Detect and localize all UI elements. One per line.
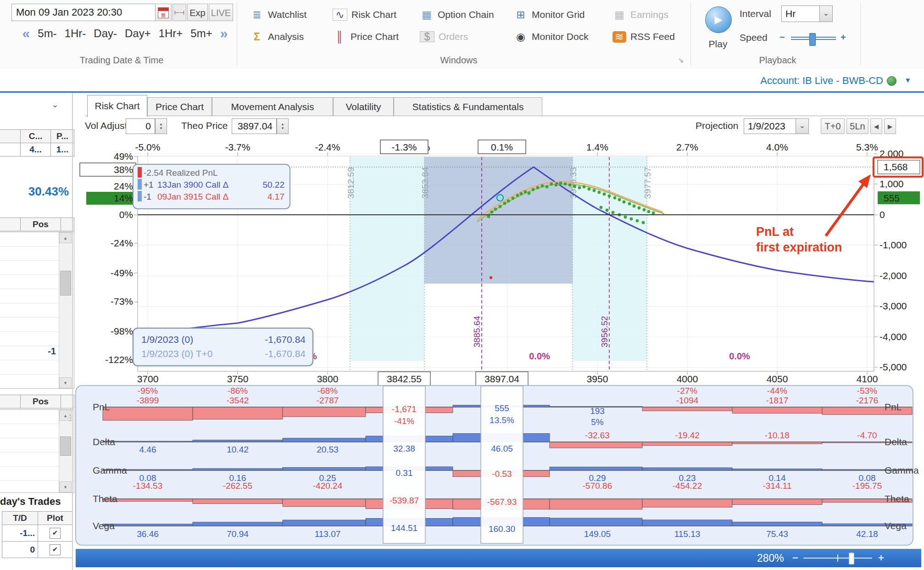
step-5m-back-button[interactable]: 5m- (38, 27, 56, 40)
left-highlight-value: 14% (114, 193, 133, 203)
play-icon: ▶ (715, 14, 723, 25)
projection-caret-icon[interactable]: ⌄ (796, 118, 809, 134)
step-1hr-back-button[interactable]: 1Hr- (65, 27, 86, 40)
step-far-fwd-button[interactable]: » (220, 27, 228, 40)
play-button[interactable]: ▶ (705, 6, 732, 33)
left-marker-value: 38% (114, 164, 133, 175)
pnl-pct: 5% (591, 417, 604, 427)
tab-movement-analysis[interactable]: Movement Analysis (212, 97, 333, 116)
scroll-thumb[interactable] (60, 436, 71, 456)
theta-val: -134.53 (133, 481, 162, 491)
vega-val: 36.46 (137, 529, 159, 539)
account-dropdown-icon[interactable]: ▼ (904, 76, 911, 84)
dialog-launcher-icon[interactable]: ⇘ (678, 56, 684, 64)
trading-datetime-input[interactable]: Mon 09 Jan 2023 20:30 (11, 4, 156, 21)
greek-row-label: Vega (885, 520, 907, 531)
scroll-up-icon[interactable]: ▴ (59, 232, 72, 243)
theo-price-input[interactable]: 3897.04 (232, 118, 277, 134)
pnl-pct-hl: -41% (394, 416, 414, 426)
rss-feed-button[interactable]: ≋RSS Feed (612, 27, 681, 47)
plot-checkbox[interactable]: ✔ (50, 528, 61, 539)
risk-chart-button[interactable]: ∿Risk Chart (333, 5, 420, 25)
step-day-back-button[interactable]: Day- (94, 27, 117, 40)
pnl-pct: -27% (677, 386, 697, 396)
vol-adjust-spinner[interactable]: ▴▾ (155, 118, 167, 134)
bottom-axis-tick: 4050 (767, 374, 788, 384)
zoom-slider-handle[interactable] (849, 553, 854, 564)
zoom-in-button[interactable]: + (878, 552, 884, 564)
t0-button[interactable]: T+0 (821, 118, 845, 134)
theta-val-hl: -539.87 (390, 496, 419, 505)
time-range-button[interactable]: ⊢⊣ (173, 4, 186, 21)
rss-icon: ≋ (612, 31, 626, 43)
projection-label: Projection (696, 120, 738, 131)
projection-prev-button[interactable]: ◂ (870, 118, 882, 134)
scroll-down-icon[interactable]: ▾ (59, 377, 72, 388)
right-axis-tick: -4,000 (879, 331, 907, 342)
theta-val: -314.11 (763, 481, 791, 491)
pnl-pct-hl: 13.5% (490, 415, 514, 425)
scroll-down-icon[interactable]: ▾ (59, 481, 72, 492)
windows-row-2: ΣAnalysis ║Price Chart $Orders ◉Monitor … (250, 27, 686, 49)
interval-select[interactable]: Hr (781, 6, 820, 22)
step-day-fwd-button[interactable]: Day+ (125, 27, 151, 40)
risk-chart-plot[interactable]: 3812.59 3853.84 3936.33 3977.57 3885.64 … (73, 139, 924, 547)
sidebar-collapse-icon[interactable]: ⌄ (51, 99, 59, 110)
delta-val: 10.42 (227, 445, 249, 454)
projection-next-button[interactable]: ▸ (884, 118, 896, 134)
monitor-grid-button[interactable]: ⊞Monitor Grid (514, 5, 612, 25)
analysis-button[interactable]: ΣAnalysis (250, 27, 333, 47)
option-chain-label: Option Chain (438, 9, 494, 20)
theo-price-spinner[interactable]: ▴▾ (277, 118, 289, 134)
monitor-dock-button[interactable]: ◉Monitor Dock (514, 27, 612, 47)
risk-chart-icon: ∿ (333, 9, 347, 21)
price-chart-button[interactable]: ║Price Chart (333, 27, 420, 47)
calendar-button[interactable]: ▦ (155, 4, 172, 21)
theta-val: -454.22 (673, 481, 702, 491)
spin-down-icon: ▾ (160, 126, 162, 130)
exp-button[interactable]: Exp (187, 4, 208, 21)
left-axis-tick: -73% (111, 296, 133, 307)
watchlist-button[interactable]: ≣Watchlist (250, 5, 333, 25)
sidebar-summary-table: C...P... 4...1... (0, 129, 74, 156)
interval-caret-icon[interactable]: ⌄ (820, 6, 833, 22)
step-1hr-fwd-button[interactable]: 1Hr+ (159, 27, 183, 40)
scrollbar-1[interactable]: ▴ ▾ (59, 232, 72, 388)
tab-volatility[interactable]: Volatility (333, 97, 394, 116)
zoom-out-button[interactable]: − (792, 552, 798, 564)
earnings-button: ▦Earnings (612, 5, 681, 25)
speed-minus-button[interactable]: − (779, 32, 785, 43)
left-axis-tick: -98% (111, 326, 133, 336)
expected-move-label: 3956.52 (600, 316, 609, 347)
play-label: Play (705, 39, 731, 50)
option-chain-button[interactable]: ▦Option Chain (420, 5, 514, 25)
tab-risk-chart[interactable]: Risk Chart (87, 95, 147, 117)
legend-leg-short: 09Jan 3915 Call Δ (157, 192, 229, 201)
vega-val: 70.94 (227, 529, 249, 539)
sidebar-splitter[interactable] (72, 93, 73, 570)
right-axis-tick: -2,000 (879, 270, 907, 281)
projection-select[interactable]: 1/9/2023 (744, 118, 796, 134)
step-far-back-button[interactable]: « (22, 27, 30, 40)
pnl-pct: -86% (228, 386, 248, 396)
pnl-val-hl: -1,671 (392, 404, 417, 414)
monitor-dock-icon: ◉ (514, 31, 528, 43)
tab-statistics-fundamentals[interactable]: Statistics & Fundamentals (394, 97, 542, 116)
vega-val: 115.13 (674, 529, 701, 539)
option-chain-icon: ▦ (420, 9, 434, 21)
5ln-button[interactable]: 5Ln (846, 118, 868, 134)
live-button[interactable]: LIVE (209, 4, 233, 21)
vol-adjust-input[interactable]: 0 (126, 118, 155, 134)
bottom-axis-tick: 3700 (137, 374, 159, 384)
sd-line-label: 3853.84 (420, 167, 430, 199)
tab-price-chart[interactable]: Price Chart (147, 97, 212, 116)
speed-plus-button[interactable]: + (841, 32, 846, 43)
step-5m-fwd-button[interactable]: 5m+ (190, 27, 212, 40)
ribbon: Mon 09 Jan 2023 20:30 ▦ ⊢⊣ Exp LIVE « 5m… (0, 0, 924, 69)
col-header-c: C... (21, 130, 51, 143)
plot-checkbox[interactable]: ✔ (50, 544, 61, 555)
legend-qty: +1 (144, 180, 154, 190)
scroll-thumb[interactable] (60, 271, 71, 296)
speed-slider-handle[interactable] (809, 33, 816, 46)
zero-pct-label: 0.0% (729, 351, 750, 361)
